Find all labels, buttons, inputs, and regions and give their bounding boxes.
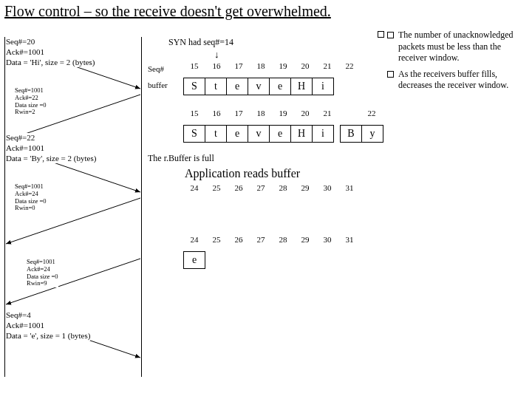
- sequence-column: Seq#=20 Ack#=1001 Data = 'Hi', size = 2 …: [4, 37, 142, 377]
- buffer-cell: H: [290, 78, 313, 95]
- buffer-cell: S: [183, 125, 205, 143]
- msg-seq20: Seq#=20 Ack#=1001 Data = 'Hi', size = 2 …: [6, 37, 95, 67]
- buffer-cell: B: [340, 125, 362, 143]
- buffer-cell: t: [205, 125, 227, 143]
- bullet-2: As the receivers buffer fills, decreases…: [387, 69, 528, 92]
- buffer-cell: v: [248, 125, 270, 143]
- bullet-1-text: The number of unacknowledged packets mus…: [398, 30, 528, 64]
- buffer-cells-1: SteveHi: [183, 78, 347, 95]
- msg-seq4: Seq#=4 Ack#=1001 Data = 'e', size = 1 (b…: [6, 310, 90, 341]
- buffer-cell: e: [226, 78, 248, 95]
- buffer-cell: i: [312, 78, 334, 95]
- buffer-cell: y: [361, 125, 383, 143]
- buffer-cells-3: [183, 200, 244, 217]
- syn-label: SYN had seq#=14: [168, 37, 384, 48]
- buffer-cell: t: [205, 78, 227, 95]
- buffer-panel: SYN had seq#=14 ↓ Seq# 1516171819202122 …: [148, 37, 384, 269]
- buffer-cell: e: [269, 78, 291, 95]
- buffer-cell: [340, 78, 347, 95]
- buffer-cell: e: [183, 251, 205, 269]
- bullet-2-text: As the receivers buffer fills, decreases…: [398, 69, 528, 92]
- msg-seq22: Seq#=22 Ack#=1001 Data = 'By', size = 2 …: [6, 133, 96, 163]
- bullet-box-icon: [387, 32, 394, 38]
- bullet-box-icon: [387, 71, 394, 78]
- buffer-cell: v: [248, 78, 270, 95]
- buffer-full-note: The r.Buffer is full: [148, 153, 384, 164]
- seq-label: Seq#: [148, 64, 164, 73]
- buffer-cell: S: [183, 78, 205, 95]
- buffer-cell: H: [290, 125, 313, 143]
- buffer-cell: [236, 200, 244, 217]
- app-reads-label: Application reads buffer: [185, 167, 384, 180]
- buffer-cell: e: [226, 125, 248, 143]
- buffer-cell: e: [269, 125, 291, 143]
- buffer-label: buffer: [148, 81, 168, 89]
- msg-ack22: Seq#=1001 Ack#=22 Data size =0 Rwin=2: [15, 87, 47, 116]
- seq-numbers-2: 1516171819202122: [183, 109, 405, 117]
- seq-numbers-4: 2425262728293031: [183, 235, 383, 244]
- notes-panel: The number of unacknowledged packets mus…: [387, 30, 528, 96]
- buffer-cell: [251, 251, 259, 269]
- seq-numbers-3: 2425262728293031: [183, 183, 383, 192]
- buffer-cells-2: SteveHiBy: [183, 125, 383, 143]
- msg-ack24-rwin0: Seq#=1001 Ack#=24 Data size =0 Rwin=0: [15, 183, 47, 212]
- page-title: Flow control – so the receive doesn't ge…: [4, 3, 331, 20]
- seq-numbers-1: 1516171819202122: [183, 61, 383, 70]
- buffer-cells-4: e: [183, 251, 259, 269]
- msg-ack24-rwin9: Seq#=1001 Ack#=24 Data size =0 Rwin=9: [27, 259, 58, 287]
- bullet-1: The number of unacknowledged packets mus…: [387, 30, 528, 64]
- down-arrow-icon: ↓: [214, 49, 219, 61]
- buffer-cell: i: [312, 125, 334, 143]
